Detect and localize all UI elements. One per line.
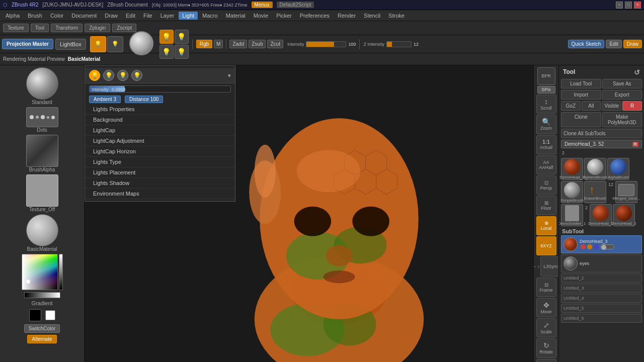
lightcap-horizon-item[interactable]: LightCap Horizon bbox=[85, 146, 235, 157]
color-picker-area[interactable] bbox=[22, 254, 63, 290]
dots-tool-item[interactable]: Dots bbox=[26, 107, 58, 133]
all-button[interactable]: All bbox=[582, 101, 601, 111]
close-button[interactable]: ✕ bbox=[634, 2, 641, 9]
lightbox-button[interactable]: LightBox bbox=[55, 39, 86, 50]
light-preset-2-button[interactable]: 💡 bbox=[107, 36, 123, 52]
menu-color[interactable]: Color bbox=[47, 12, 67, 20]
demohread3-thumb[interactable]: DemoHead_3 bbox=[561, 158, 583, 180]
spherebrush-thumb[interactable]: SphereBrush bbox=[584, 158, 606, 180]
visible-button[interactable]: Visible bbox=[602, 101, 621, 111]
background-item[interactable]: Background bbox=[85, 115, 235, 125]
projection-master-button[interactable]: Projection Master bbox=[2, 39, 53, 49]
menu-layer[interactable]: Layer bbox=[157, 12, 178, 20]
menu-stroke[interactable]: Stroke bbox=[385, 12, 408, 20]
subtool-item-eyes[interactable]: eyes bbox=[561, 254, 642, 273]
polyf-button[interactable]: ⊞ PolyF bbox=[536, 359, 556, 362]
clone-all-subtools-button[interactable]: Clone All SubTools bbox=[561, 129, 642, 138]
zoom-button[interactable]: 🔍 Zoom bbox=[536, 115, 556, 134]
intensity-bar[interactable]: Intensity 0.0968 bbox=[89, 85, 231, 93]
persp-button[interactable]: ⊡ Persp bbox=[536, 175, 556, 195]
minimize-button[interactable]: ─ bbox=[616, 2, 623, 9]
basic-material-item[interactable]: BasicMaterial bbox=[26, 214, 58, 252]
lights-type-item[interactable]: Lights Type bbox=[85, 157, 235, 167]
menu-preferences[interactable]: Preferences bbox=[296, 12, 333, 20]
toolbar-tool[interactable]: Tool bbox=[31, 24, 49, 32]
lightcap-item[interactable]: LightCap bbox=[85, 125, 235, 136]
menu-alpha[interactable]: Alpha bbox=[2, 12, 23, 20]
script-label[interactable]: Default2Script bbox=[277, 2, 314, 8]
light-icon-1[interactable]: 💡 bbox=[159, 30, 174, 44]
subtool-item-untitled6[interactable]: Untitled_6 bbox=[561, 314, 642, 323]
alphabrush-thumb[interactable]: AlphaBrush bbox=[607, 158, 629, 180]
zadd-button[interactable]: Zadd bbox=[229, 40, 247, 48]
clone-button[interactable]: Clone bbox=[561, 112, 601, 127]
local-button[interactable]: ⊕ Local bbox=[536, 216, 556, 235]
move-button[interactable]: ✥ Move bbox=[536, 298, 556, 317]
light-bulb-2[interactable]: 💡 bbox=[103, 70, 114, 81]
save-as-button[interactable]: Save As bbox=[602, 79, 642, 88]
demohead2-thumb[interactable]: DemoHead_2 bbox=[613, 204, 635, 226]
subtool-item-untitled3[interactable]: Untitled_3 bbox=[561, 284, 642, 293]
light-icon-3[interactable]: 💡 bbox=[159, 45, 174, 59]
menu-macro[interactable]: Macro bbox=[199, 12, 221, 20]
z-intensity-slider[interactable] bbox=[386, 41, 412, 47]
alternate-button[interactable]: Alternate bbox=[27, 335, 56, 343]
spix-button[interactable]: SPix bbox=[537, 86, 555, 94]
lightcap-adjustment-item[interactable]: LightCap Adjustment bbox=[85, 136, 235, 146]
lights-placement-item[interactable]: Lights Placement bbox=[85, 167, 235, 178]
rgb-button[interactable]: Rgb bbox=[196, 40, 212, 48]
zsub-button[interactable]: Zsub bbox=[249, 40, 266, 48]
bpr-button[interactable]: BPR bbox=[537, 67, 555, 85]
draw-button[interactable]: Draw bbox=[623, 40, 642, 48]
m-button[interactable]: M bbox=[214, 40, 223, 48]
menu-material[interactable]: Material bbox=[222, 12, 249, 20]
menu-movie[interactable]: Movie bbox=[250, 12, 272, 20]
rotate-button[interactable]: ↻ Rotate bbox=[536, 338, 556, 357]
menu-light[interactable]: Light bbox=[179, 12, 198, 20]
demohead1-thumb[interactable]: DemoHead_1 bbox=[590, 204, 612, 226]
menu-picker[interactable]: Picker bbox=[273, 12, 295, 20]
menu-draw[interactable]: Draw bbox=[101, 12, 121, 20]
ambient-button[interactable]: Ambient 3 bbox=[89, 96, 121, 103]
intensity-slider[interactable] bbox=[306, 41, 346, 47]
import-button[interactable]: Import bbox=[561, 90, 601, 100]
menu-brush[interactable]: Brush bbox=[24, 12, 46, 20]
light-bulb-1[interactable]: 💡 bbox=[89, 70, 100, 81]
distance-button[interactable]: Distance 100 bbox=[125, 96, 163, 103]
maximize-button[interactable]: □ bbox=[625, 2, 632, 9]
toolbar-texture[interactable]: Texture bbox=[3, 24, 29, 32]
load-tool-button[interactable]: Load Tool bbox=[561, 79, 601, 88]
quick-sketch-button[interactable]: Quick Sketch bbox=[568, 40, 605, 48]
fg-color-swatch[interactable] bbox=[29, 309, 41, 321]
menu-render[interactable]: Render bbox=[334, 12, 359, 20]
gradient-bar[interactable] bbox=[24, 292, 60, 298]
make-polymesh3d-button[interactable]: Make PolyMesh3D bbox=[602, 112, 642, 127]
switch-color-button[interactable]: SwitchColor bbox=[24, 324, 60, 333]
subtool-item-untitled4[interactable]: Untitled_4 bbox=[561, 294, 642, 303]
standard-tool-item[interactable]: Standard bbox=[26, 67, 58, 105]
lights-shadow-item[interactable]: Lights Shadow bbox=[85, 178, 235, 189]
light-icon-2[interactable]: 💡 bbox=[175, 30, 189, 44]
light-bulb-3[interactable]: 💡 bbox=[117, 70, 128, 81]
edit-button[interactable]: Edit bbox=[606, 40, 621, 48]
refresh-icon[interactable]: ↺ bbox=[634, 68, 640, 76]
light-preset-1-button[interactable]: 💡 bbox=[90, 36, 106, 52]
menus-label[interactable]: Menus bbox=[252, 2, 273, 8]
floor-button[interactable]: ⊞ Floor bbox=[536, 196, 556, 215]
environment-maps-item[interactable]: Environment Maps bbox=[85, 189, 235, 199]
lights-properties-item[interactable]: Lights Properties bbox=[85, 104, 235, 115]
r-button[interactable]: R bbox=[622, 101, 642, 111]
actual-button[interactable]: 1:1 Actual bbox=[536, 135, 556, 154]
l3sym-button[interactable]: L3Sym bbox=[540, 256, 560, 277]
zcut-button[interactable]: Zcut bbox=[267, 40, 283, 48]
eraserbrush-thumb[interactable]: ↑ EraserBrush bbox=[584, 181, 606, 203]
export-button[interactable]: Export bbox=[602, 90, 642, 100]
aahalf-button[interactable]: AA AAHalf bbox=[536, 155, 556, 174]
toolbar-zplugin[interactable]: Zplugin bbox=[85, 24, 110, 32]
frame-button[interactable]: ⊟ Frame bbox=[536, 278, 556, 297]
merged-backpack-thumb[interactable]: Merged_back... bbox=[615, 181, 637, 203]
subtool-toggle-1[interactable] bbox=[600, 244, 614, 249]
brush-alpha-tool-item[interactable]: BrushAlpha bbox=[26, 135, 58, 172]
demosoldier-thumb[interactable]: DemoSoldier_1 bbox=[561, 204, 583, 226]
subtool-item-untitled2[interactable]: Untitled_2 bbox=[561, 274, 642, 283]
